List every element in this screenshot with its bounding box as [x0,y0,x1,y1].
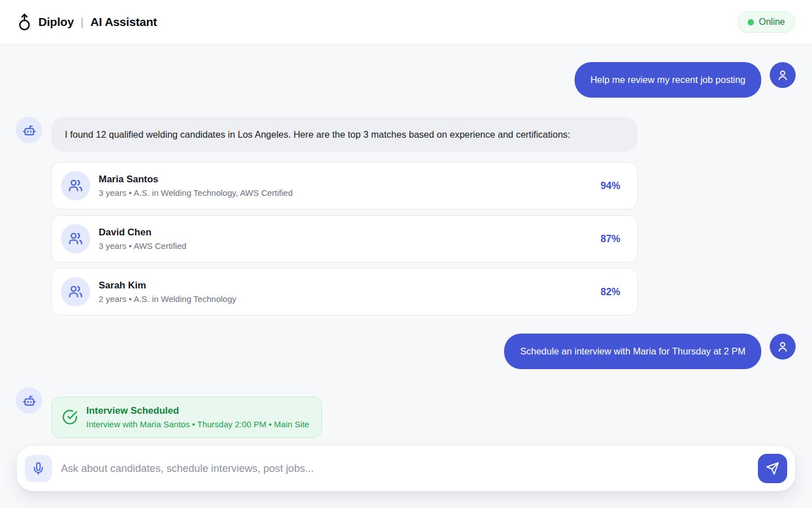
user-message-row: Schedule an interview with Maria for Thu… [16,334,796,369]
diploy-logo-icon [17,13,33,31]
page-title: AI Assistant [90,15,157,29]
composer-bar [17,446,795,491]
users-icon [68,284,83,300]
user-message-bubble: Help me review my recent job posting [575,62,761,98]
interview-scheduled-card: Interview Scheduled Interview with Maria… [51,397,322,438]
candidate-card-david[interactable]: David Chen 3 years • AWS Certified 87% [51,215,638,262]
status-badge: Online [738,11,795,33]
users-icon [68,231,83,247]
users-icon [68,178,83,194]
candidate-match-score: 82% [601,286,628,298]
ai-message-row: I found 12 qualified welding candidates … [16,117,796,321]
user-message-bubble: Schedule an interview with Maria for Thu… [504,334,761,369]
candidate-card-maria[interactable]: Maria Santos 3 years • A.S. in Welding T… [51,162,638,209]
candidate-name: David Chen [99,227,187,238]
candidate-details: 3 years • AWS Certified [99,241,187,251]
candidate-info: David Chen 3 years • AWS Certified [99,227,187,251]
candidate-match-score: 87% [601,233,628,245]
candidate-details: 3 years • A.S. in Welding Technology, AW… [99,188,293,198]
candidate-avatar [61,171,90,200]
online-label: Online [759,17,785,27]
ai-avatar [16,117,42,143]
candidate-details: 2 years • A.S. in Welding Technology [99,294,236,304]
online-dot-icon [748,19,754,25]
robot-icon [22,123,37,138]
confirmation-text: Interview Scheduled Interview with Maria… [86,405,309,429]
microphone-icon [32,462,45,475]
brand-name: Diploy [38,15,74,29]
candidate-name: Maria Santos [99,174,293,185]
user-message-row: Help me review my recent job posting [16,62,796,98]
candidate-card-sarah[interactable]: Sarah Kim 2 years • A.S. in Welding Tech… [51,268,638,316]
mic-button[interactable] [25,455,52,482]
confirmation-title: Interview Scheduled [86,405,309,417]
app-header: Diploy | AI Assistant Online [0,0,812,45]
candidate-avatar [61,277,90,306]
person-icon [776,68,789,82]
candidate-avatar [61,224,90,253]
confirmation-details: Interview with Maria Santos • Thursday 2… [86,419,309,429]
message-input[interactable] [61,462,749,475]
candidate-info: Maria Santos 3 years • A.S. in Welding T… [99,174,293,198]
brand-group: Diploy | AI Assistant [17,13,157,31]
paper-plane-icon [766,462,779,475]
send-button[interactable] [758,454,787,483]
ai-message-bubble: I found 12 qualified welding candidates … [51,117,638,152]
check-circle-icon [62,409,78,425]
chat-area: Help me review my recent job posting I f… [0,45,812,438]
person-icon [776,340,789,353]
robot-icon [22,393,37,408]
ai-content: I found 12 qualified welding candidates … [51,117,638,321]
user-avatar [770,334,796,360]
candidate-info: Sarah Kim 2 years • A.S. in Welding Tech… [99,280,236,304]
brand-divider: | [81,16,83,29]
ai-avatar [16,387,42,414]
candidate-match-score: 94% [601,180,628,192]
ai-confirmation-row: Interview Scheduled Interview with Maria… [16,387,796,438]
user-avatar [770,62,796,88]
candidate-name: Sarah Kim [99,280,236,291]
